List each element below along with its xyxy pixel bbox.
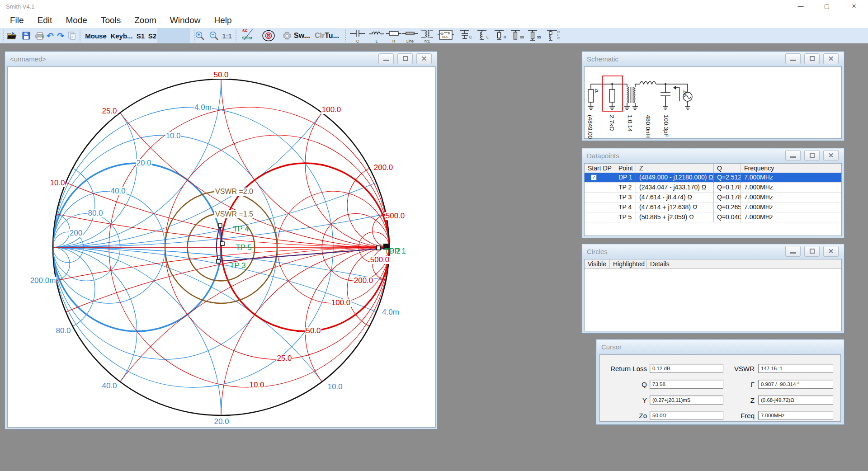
series-rlc-button[interactable]: RLC: [437, 29, 454, 43]
app-minimize-button[interactable]: —: [793, 1, 808, 12]
chart-label: 10.0: [249, 381, 264, 389]
y-label: Y: [604, 396, 647, 404]
app-maximize-button[interactable]: ▢: [819, 1, 835, 12]
col-start-dp[interactable]: Start DP: [585, 164, 615, 173]
return-loss-field[interactable]: 0.12 dB: [650, 364, 723, 373]
smith-minimize-button[interactable]: [378, 53, 394, 64]
col-frequency[interactable]: Frequency: [741, 164, 840, 173]
undo-button[interactable]: ↶: [46, 29, 55, 42]
menu-mode[interactable]: Mode: [66, 15, 87, 25]
copy-icon: [68, 32, 76, 40]
toolbar-recess: [157, 28, 190, 43]
start-dp-checkbox[interactable]: ✓: [591, 174, 597, 180]
smith-circles-button[interactable]: [261, 29, 276, 42]
smith-circles-icon: [262, 30, 275, 42]
print-button[interactable]: [34, 29, 45, 42]
chart-label: 25.0: [276, 354, 292, 363]
redo-icon: ↷: [57, 31, 64, 41]
table-row[interactable]: TP 5(50.885 + j2.059) ΩQ=0.0407.000MHz: [585, 212, 841, 222]
redo-button[interactable]: ↷: [56, 29, 65, 42]
menu-window[interactable]: Window: [170, 15, 201, 25]
menu-zoom[interactable]: Zoom: [134, 15, 156, 25]
shunt-rlc-button[interactable]: RLC: [545, 29, 562, 43]
series-resistor-button[interactable]: R: [385, 29, 402, 43]
col-z[interactable]: Z: [636, 164, 714, 173]
menu-edit[interactable]: Edit: [38, 15, 52, 25]
app-titlebar[interactable]: Smith V4.1 — ▢ ✕: [0, 0, 868, 13]
copy-button[interactable]: [67, 29, 77, 42]
smith-maximize-button[interactable]: [397, 53, 413, 64]
circles-maximize-button[interactable]: [804, 246, 820, 257]
table-row[interactable]: TP 4(47.614 + j12.638) ΩQ=0.2657.000MHz: [585, 203, 841, 212]
shunt-resistor-button[interactable]: R: [493, 29, 510, 43]
s1-button[interactable]: S1: [136, 29, 146, 42]
chart-label: TP 3: [230, 262, 246, 270]
tune-button[interactable]: Tu...: [322, 29, 342, 42]
menu-file[interactable]: File: [10, 15, 24, 25]
sweep-button[interactable]: Sw...: [293, 29, 311, 42]
vswr-field[interactable]: 147.16 :1: [758, 364, 833, 373]
menu-tools[interactable]: Tools: [101, 15, 121, 25]
col-point[interactable]: Point: [615, 164, 636, 173]
q-field[interactable]: 73.58: [650, 380, 723, 389]
datapoints-close-button[interactable]: ✕: [823, 150, 839, 161]
app-close-button[interactable]: ✕: [846, 1, 862, 12]
series-capacitor-button[interactable]: C: [349, 29, 366, 43]
series-line-icon: [402, 29, 418, 38]
shunt-capacitor-button[interactable]: C: [458, 29, 476, 43]
zoom-in-button[interactable]: [194, 29, 205, 42]
table-cell-point: TP 5: [615, 212, 636, 222]
y-field[interactable]: (0.27+j20.11)mS: [650, 396, 723, 405]
sc-splot-button[interactable]: sc SPlot: [241, 28, 257, 41]
keyboard-mode-button[interactable]: Keyb...: [110, 29, 133, 42]
zo-field[interactable]: 50.0Ω: [650, 411, 723, 420]
gamma-field[interactable]: 0.987 / -90.314 °: [758, 380, 833, 389]
circles-minimize-button[interactable]: [785, 246, 801, 257]
smith-close-button[interactable]: ✕: [416, 53, 432, 64]
col-q[interactable]: Q: [714, 164, 741, 173]
schematic-canvas[interactable]: ZL Zin (4849.00- 2.7kΩ 1:0.14 480.0nH 10…: [584, 66, 842, 139]
menu-help[interactable]: Help: [214, 15, 231, 25]
save-button[interactable]: [21, 29, 32, 42]
circles-close-button[interactable]: ✕: [823, 246, 839, 257]
zoom-reset-button[interactable]: 1:1: [221, 29, 233, 42]
schematic-close-button[interactable]: ✕: [823, 53, 839, 64]
s2-button[interactable]: S2: [147, 29, 157, 42]
col-details[interactable]: Details: [647, 259, 840, 268]
smith-window-titlebar[interactable]: <unnamed>: [5, 52, 437, 66]
zoom-out-button[interactable]: [208, 29, 219, 42]
chart-label: 10.0: [327, 383, 343, 391]
table-row[interactable]: ✓DP 1(4849.000 - j12180.000) ΩQ=2.5127.0…: [585, 173, 841, 183]
circles-window: Circles ✕ Visible Highlighted Details: [581, 244, 844, 334]
smith-chart-canvas[interactable]: 50.025.0100.010.0200.0500.0500.0200.0100…: [7, 66, 436, 428]
datapoints-maximize-button[interactable]: [804, 150, 820, 161]
open-file-button[interactable]: [6, 29, 17, 42]
open-stub-icon: [510, 29, 521, 41]
transformer-button[interactable]: n:1: [419, 29, 436, 43]
chart-label: 20.0: [213, 418, 229, 426]
schematic-maximize-button[interactable]: [804, 53, 820, 64]
cursor-window: Cursor Return Loss 0.12 dB Q 73.58 Y (0.…: [596, 339, 844, 425]
datapoints-minimize-button[interactable]: [785, 150, 801, 161]
open-stub-button[interactable]: os: [509, 29, 526, 43]
settings-button[interactable]: [279, 29, 295, 42]
chart-label: 20.0: [136, 159, 151, 167]
series-inductor-button[interactable]: L: [368, 29, 385, 43]
open-folder-icon: [7, 32, 17, 40]
chart-label: TP 5: [236, 244, 252, 252]
table-row[interactable]: TP 3(47.614 - j8.474) ΩQ=0.1787.000MHz: [585, 193, 841, 203]
shunt-inductor-button[interactable]: L: [476, 29, 493, 43]
chart-label: 200.0m: [30, 277, 57, 285]
series-line-button[interactable]: Line: [401, 29, 419, 43]
freq-field[interactable]: 7.000MHz: [758, 411, 833, 420]
z-label: Z: [729, 396, 755, 404]
shunt-rlc-icon: [546, 29, 558, 41]
mouse-mode-button[interactable]: Mouse: [85, 29, 107, 42]
col-visible[interactable]: Visible: [585, 259, 610, 268]
cursor-window-titlebar[interactable]: Cursor: [597, 340, 844, 354]
table-row[interactable]: TP 2(2434.047 - j433.170) ΩQ=0.1787.000M…: [585, 183, 841, 193]
col-highlighted[interactable]: Highlighted: [610, 259, 647, 268]
short-stub-button[interactable]: ss: [526, 29, 543, 43]
schematic-minimize-button[interactable]: [785, 53, 801, 64]
z-field[interactable]: (0.68-j49.72)Ω: [758, 396, 833, 405]
